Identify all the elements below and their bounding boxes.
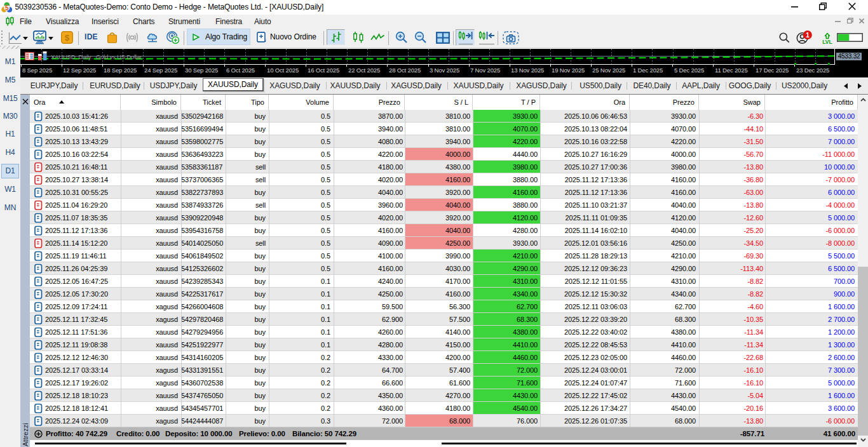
svg-text:Attrezzi: Attrezzi: [22, 423, 29, 446]
svg-text:5: 5: [5, 4, 9, 11]
svg-text:LVL: LVL: [822, 39, 832, 44]
svg-text:$: $: [65, 33, 70, 43]
svg-text:1: 1: [806, 31, 810, 39]
